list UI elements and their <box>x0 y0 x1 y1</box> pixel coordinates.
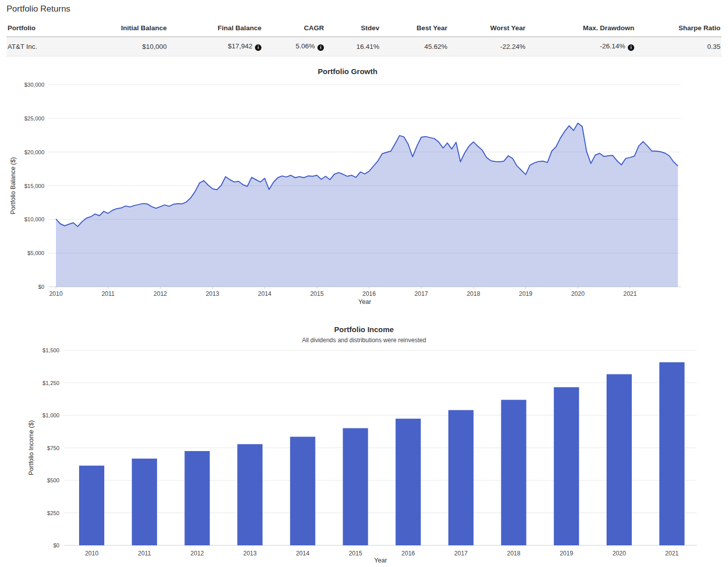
income-ytick-label: $250 <box>47 510 59 516</box>
cell-best-year: 45.62% <box>380 37 448 56</box>
income-bar[interactable] <box>395 419 421 545</box>
income-bar[interactable] <box>237 444 262 545</box>
col-sharpe-ratio: Sharpe Ratio <box>635 21 721 37</box>
income-xtick-label: 2015 <box>349 550 362 557</box>
col-portfolio: Portfolio <box>7 21 107 37</box>
income-xtick-label: 2016 <box>402 550 415 557</box>
page-title: Portfolio Returns <box>7 4 71 14</box>
info-icon[interactable]: i <box>317 44 324 51</box>
col-max-drawdown: Max. Drawdown <box>526 21 635 37</box>
col-worst-year: Worst Year <box>448 21 526 37</box>
growth-x-axis-title: Year <box>358 298 371 305</box>
col-stdev: Stdev <box>325 21 380 37</box>
info-icon[interactable]: i <box>628 44 634 51</box>
growth-xtick-label: 2012 <box>154 290 167 297</box>
growth-xtick-label: 2021 <box>623 290 637 297</box>
income-bar[interactable] <box>290 437 315 545</box>
growth-ytick-label: $10,000 <box>24 216 44 222</box>
income-bar[interactable] <box>343 428 368 545</box>
cell-initial-balance: $10,000 <box>107 37 168 56</box>
income-bar[interactable] <box>607 374 632 545</box>
growth-xtick-label: 2014 <box>258 290 272 297</box>
income-bar[interactable] <box>132 459 157 545</box>
growth-xtick-label: 2017 <box>415 290 428 297</box>
growth-xtick-label: 2010 <box>49 290 63 297</box>
growth-xtick-label: 2011 <box>102 290 115 297</box>
income-xtick-label: 2013 <box>243 550 257 557</box>
growth-ytick-label: $20,000 <box>24 149 44 155</box>
cell-final-balance: $17,942i <box>168 37 262 56</box>
col-initial-balance: Initial Balance <box>107 21 168 37</box>
table-header-row: Portfolio Initial Balance Final Balance … <box>7 21 721 37</box>
income-xtick-label: 2010 <box>85 550 99 557</box>
col-final-balance: Final Balance <box>168 21 262 37</box>
income-bar[interactable] <box>554 387 579 545</box>
income-chart: $0$250$500$750$1,000$1,250$1,50020102011… <box>0 323 728 567</box>
income-y-axis-title: Portfolio Income ($) <box>28 420 35 475</box>
col-best-year: Best Year <box>380 21 448 37</box>
cell-worst-year: -22.24% <box>448 37 526 56</box>
growth-ytick-label: $25,000 <box>24 115 44 121</box>
growth-xtick-label: 2020 <box>571 290 585 297</box>
income-xtick-label: 2018 <box>507 550 520 557</box>
growth-chart: $0$5,000$10,000$15,000$20,000$25,000$30,… <box>0 66 728 310</box>
cell-cagr: 5.06%i <box>262 37 325 56</box>
table-row: AT&T Inc. $10,000 $17,942i 5.06%i 16.41%… <box>7 37 721 56</box>
growth-ytick-label: $5,000 <box>27 250 44 256</box>
growth-xtick-label: 2013 <box>206 290 219 297</box>
income-xtick-label: 2021 <box>665 550 679 557</box>
income-bar[interactable] <box>448 410 474 545</box>
income-ytick-label: $1,000 <box>42 412 59 418</box>
income-bar[interactable] <box>184 451 210 545</box>
growth-xtick-label: 2015 <box>310 290 324 297</box>
income-bar[interactable] <box>659 362 685 545</box>
growth-ytick-label: $15,000 <box>24 183 44 189</box>
income-ytick-label: $750 <box>47 445 59 451</box>
growth-ytick-label: $0 <box>38 284 44 290</box>
growth-ytick-label: $30,000 <box>24 82 44 88</box>
income-xtick-label: 2020 <box>613 550 626 557</box>
portfolio-returns-page: Portfolio Returns Portfolio Initial Bala… <box>0 0 728 567</box>
income-bar[interactable] <box>79 466 104 545</box>
cell-sharpe-ratio: 0.35 <box>635 37 721 56</box>
income-xtick-label: 2019 <box>560 550 573 557</box>
returns-table: Portfolio Initial Balance Final Balance … <box>7 21 721 56</box>
income-xtick-label: 2012 <box>190 550 204 557</box>
income-xtick-label: 2014 <box>296 550 309 557</box>
cell-max-drawdown: -26.14%i <box>526 37 635 56</box>
portfolio-name: AT&T Inc. <box>8 43 37 50</box>
cell-portfolio: AT&T Inc. <box>7 37 107 56</box>
income-ytick-label: $1,250 <box>42 380 59 386</box>
growth-xtick-label: 2019 <box>519 290 533 297</box>
growth-xtick-label: 2016 <box>362 290 376 297</box>
info-icon[interactable]: i <box>255 44 261 51</box>
growth-xtick-label: 2018 <box>467 290 480 297</box>
income-bar[interactable] <box>501 400 526 545</box>
income-xtick-label: 2017 <box>454 550 468 557</box>
income-x-axis-title: Year <box>374 557 387 564</box>
income-ytick-label: $500 <box>47 477 59 483</box>
cell-stdev: 16.41% <box>325 37 380 56</box>
income-xtick-label: 2011 <box>138 550 151 557</box>
col-cagr: CAGR <box>262 21 325 37</box>
income-ytick-label: $1,500 <box>42 347 59 353</box>
income-ytick-label: $0 <box>53 542 59 548</box>
growth-y-axis-title: Portfolio Balance ($) <box>10 157 17 214</box>
